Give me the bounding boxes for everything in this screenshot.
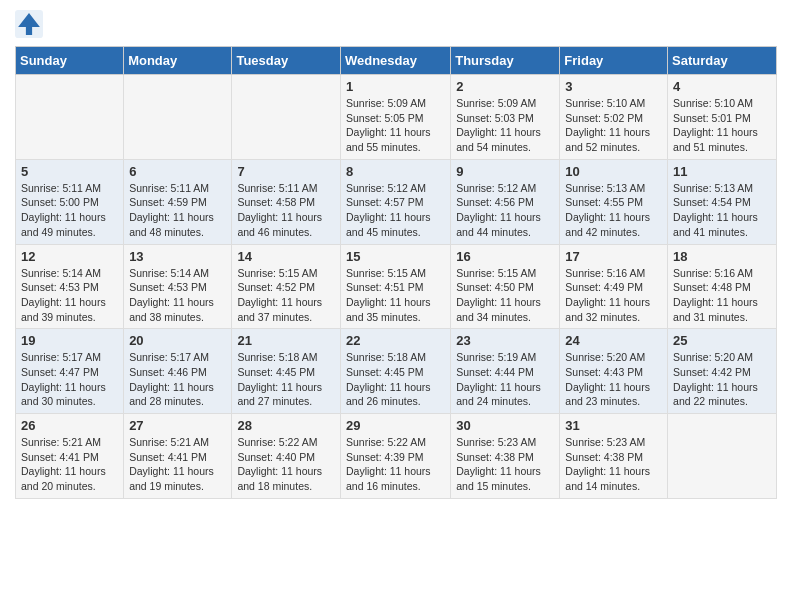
day-number: 5	[21, 164, 118, 179]
cell-content: Sunrise: 5:21 AMSunset: 4:41 PMDaylight:…	[21, 435, 118, 494]
cell-content: Sunrise: 5:22 AMSunset: 4:39 PMDaylight:…	[346, 435, 445, 494]
day-number: 9	[456, 164, 554, 179]
cell-content: Sunrise: 5:16 AMSunset: 4:49 PMDaylight:…	[565, 266, 662, 325]
day-number: 7	[237, 164, 335, 179]
day-number: 20	[129, 333, 226, 348]
cell-content: Sunrise: 5:22 AMSunset: 4:40 PMDaylight:…	[237, 435, 335, 494]
calendar-cell: 21Sunrise: 5:18 AMSunset: 4:45 PMDayligh…	[232, 329, 341, 414]
cell-content: Sunrise: 5:16 AMSunset: 4:48 PMDaylight:…	[673, 266, 771, 325]
cell-content: Sunrise: 5:13 AMSunset: 4:54 PMDaylight:…	[673, 181, 771, 240]
calendar-cell: 3Sunrise: 5:10 AMSunset: 5:02 PMDaylight…	[560, 75, 668, 160]
cell-content: Sunrise: 5:17 AMSunset: 4:46 PMDaylight:…	[129, 350, 226, 409]
cell-content: Sunrise: 5:23 AMSunset: 4:38 PMDaylight:…	[456, 435, 554, 494]
calendar-cell: 9Sunrise: 5:12 AMSunset: 4:56 PMDaylight…	[451, 159, 560, 244]
day-number: 19	[21, 333, 118, 348]
cell-content: Sunrise: 5:23 AMSunset: 4:38 PMDaylight:…	[565, 435, 662, 494]
cell-content: Sunrise: 5:11 AMSunset: 4:59 PMDaylight:…	[129, 181, 226, 240]
cell-content: Sunrise: 5:12 AMSunset: 4:56 PMDaylight:…	[456, 181, 554, 240]
calendar-week-row: 12Sunrise: 5:14 AMSunset: 4:53 PMDayligh…	[16, 244, 777, 329]
calendar-cell: 11Sunrise: 5:13 AMSunset: 4:54 PMDayligh…	[668, 159, 777, 244]
cell-content: Sunrise: 5:17 AMSunset: 4:47 PMDaylight:…	[21, 350, 118, 409]
cell-content: Sunrise: 5:15 AMSunset: 4:51 PMDaylight:…	[346, 266, 445, 325]
day-number: 4	[673, 79, 771, 94]
header	[15, 10, 777, 38]
calendar-cell: 16Sunrise: 5:15 AMSunset: 4:50 PMDayligh…	[451, 244, 560, 329]
cell-content: Sunrise: 5:09 AMSunset: 5:05 PMDaylight:…	[346, 96, 445, 155]
day-number: 1	[346, 79, 445, 94]
day-number: 15	[346, 249, 445, 264]
calendar-cell: 18Sunrise: 5:16 AMSunset: 4:48 PMDayligh…	[668, 244, 777, 329]
cell-content: Sunrise: 5:15 AMSunset: 4:50 PMDaylight:…	[456, 266, 554, 325]
day-number: 3	[565, 79, 662, 94]
calendar-week-row: 1Sunrise: 5:09 AMSunset: 5:05 PMDaylight…	[16, 75, 777, 160]
cell-content: Sunrise: 5:14 AMSunset: 4:53 PMDaylight:…	[129, 266, 226, 325]
day-number: 30	[456, 418, 554, 433]
logo	[15, 10, 45, 38]
cell-content: Sunrise: 5:10 AMSunset: 5:01 PMDaylight:…	[673, 96, 771, 155]
cell-content: Sunrise: 5:21 AMSunset: 4:41 PMDaylight:…	[129, 435, 226, 494]
calendar-table: SundayMondayTuesdayWednesdayThursdayFrid…	[15, 46, 777, 499]
day-number: 21	[237, 333, 335, 348]
calendar-cell: 27Sunrise: 5:21 AMSunset: 4:41 PMDayligh…	[124, 414, 232, 499]
calendar-cell: 22Sunrise: 5:18 AMSunset: 4:45 PMDayligh…	[340, 329, 450, 414]
day-number: 29	[346, 418, 445, 433]
calendar-cell	[124, 75, 232, 160]
cell-content: Sunrise: 5:20 AMSunset: 4:43 PMDaylight:…	[565, 350, 662, 409]
weekday-header-row: SundayMondayTuesdayWednesdayThursdayFrid…	[16, 47, 777, 75]
weekday-header-cell: Wednesday	[340, 47, 450, 75]
calendar-cell: 13Sunrise: 5:14 AMSunset: 4:53 PMDayligh…	[124, 244, 232, 329]
day-number: 18	[673, 249, 771, 264]
calendar-cell: 1Sunrise: 5:09 AMSunset: 5:05 PMDaylight…	[340, 75, 450, 160]
logo-icon	[15, 10, 43, 38]
cell-content: Sunrise: 5:10 AMSunset: 5:02 PMDaylight:…	[565, 96, 662, 155]
cell-content: Sunrise: 5:11 AMSunset: 4:58 PMDaylight:…	[237, 181, 335, 240]
day-number: 6	[129, 164, 226, 179]
cell-content: Sunrise: 5:19 AMSunset: 4:44 PMDaylight:…	[456, 350, 554, 409]
day-number: 25	[673, 333, 771, 348]
day-number: 26	[21, 418, 118, 433]
day-number: 14	[237, 249, 335, 264]
cell-content: Sunrise: 5:18 AMSunset: 4:45 PMDaylight:…	[346, 350, 445, 409]
calendar-week-row: 19Sunrise: 5:17 AMSunset: 4:47 PMDayligh…	[16, 329, 777, 414]
calendar-cell: 6Sunrise: 5:11 AMSunset: 4:59 PMDaylight…	[124, 159, 232, 244]
calendar-cell: 20Sunrise: 5:17 AMSunset: 4:46 PMDayligh…	[124, 329, 232, 414]
calendar-cell: 7Sunrise: 5:11 AMSunset: 4:58 PMDaylight…	[232, 159, 341, 244]
day-number: 24	[565, 333, 662, 348]
day-number: 10	[565, 164, 662, 179]
weekday-header-cell: Thursday	[451, 47, 560, 75]
calendar-cell: 15Sunrise: 5:15 AMSunset: 4:51 PMDayligh…	[340, 244, 450, 329]
cell-content: Sunrise: 5:12 AMSunset: 4:57 PMDaylight:…	[346, 181, 445, 240]
calendar-cell	[668, 414, 777, 499]
day-number: 31	[565, 418, 662, 433]
calendar-cell: 31Sunrise: 5:23 AMSunset: 4:38 PMDayligh…	[560, 414, 668, 499]
calendar-cell: 28Sunrise: 5:22 AMSunset: 4:40 PMDayligh…	[232, 414, 341, 499]
cell-content: Sunrise: 5:09 AMSunset: 5:03 PMDaylight:…	[456, 96, 554, 155]
day-number: 22	[346, 333, 445, 348]
calendar-cell	[232, 75, 341, 160]
calendar-cell: 23Sunrise: 5:19 AMSunset: 4:44 PMDayligh…	[451, 329, 560, 414]
calendar-cell	[16, 75, 124, 160]
weekday-header-cell: Saturday	[668, 47, 777, 75]
day-number: 28	[237, 418, 335, 433]
cell-content: Sunrise: 5:13 AMSunset: 4:55 PMDaylight:…	[565, 181, 662, 240]
calendar-cell: 2Sunrise: 5:09 AMSunset: 5:03 PMDaylight…	[451, 75, 560, 160]
calendar-cell: 25Sunrise: 5:20 AMSunset: 4:42 PMDayligh…	[668, 329, 777, 414]
day-number: 16	[456, 249, 554, 264]
weekday-header-cell: Friday	[560, 47, 668, 75]
calendar-cell: 8Sunrise: 5:12 AMSunset: 4:57 PMDaylight…	[340, 159, 450, 244]
weekday-header-cell: Monday	[124, 47, 232, 75]
calendar-cell: 19Sunrise: 5:17 AMSunset: 4:47 PMDayligh…	[16, 329, 124, 414]
weekday-header-cell: Sunday	[16, 47, 124, 75]
calendar-container: SundayMondayTuesdayWednesdayThursdayFrid…	[0, 0, 792, 514]
day-number: 23	[456, 333, 554, 348]
calendar-cell: 17Sunrise: 5:16 AMSunset: 4:49 PMDayligh…	[560, 244, 668, 329]
calendar-cell: 5Sunrise: 5:11 AMSunset: 5:00 PMDaylight…	[16, 159, 124, 244]
calendar-cell: 29Sunrise: 5:22 AMSunset: 4:39 PMDayligh…	[340, 414, 450, 499]
calendar-header: SundayMondayTuesdayWednesdayThursdayFrid…	[16, 47, 777, 75]
calendar-cell: 4Sunrise: 5:10 AMSunset: 5:01 PMDaylight…	[668, 75, 777, 160]
calendar-cell: 14Sunrise: 5:15 AMSunset: 4:52 PMDayligh…	[232, 244, 341, 329]
calendar-cell: 30Sunrise: 5:23 AMSunset: 4:38 PMDayligh…	[451, 414, 560, 499]
calendar-week-row: 26Sunrise: 5:21 AMSunset: 4:41 PMDayligh…	[16, 414, 777, 499]
day-number: 11	[673, 164, 771, 179]
calendar-cell: 24Sunrise: 5:20 AMSunset: 4:43 PMDayligh…	[560, 329, 668, 414]
